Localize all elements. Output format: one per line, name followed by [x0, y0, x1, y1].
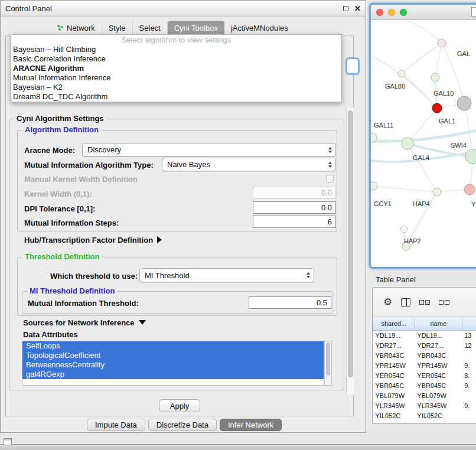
float-icon[interactable] [343, 6, 348, 11]
algorithm-placeholder[interactable]: Select algorithm to view settings [11, 35, 341, 45]
tab-select[interactable]: Select [133, 21, 168, 35]
column-header[interactable] [462, 317, 476, 330]
table-cell[interactable]: YBR045C [373, 380, 415, 390]
close-icon[interactable]: ✕ [354, 5, 361, 12]
manual-kernel-checkbox[interactable] [326, 175, 334, 182]
network-node[interactable] [457, 96, 471, 110]
tab-cyni-toolbox[interactable]: Cyni Toolbox [168, 21, 224, 35]
aracne-mode-combo[interactable]: Discovery [82, 143, 336, 156]
dpi-tolerance-field[interactable]: 0.0 [253, 201, 336, 214]
table-cell[interactable]: YER054C [415, 370, 462, 380]
table-cell[interactable]: YLR345W [373, 400, 415, 410]
table-cell[interactable]: YPR145W [415, 360, 462, 370]
mi-steps-field[interactable]: 6 [253, 216, 336, 228]
table-cell[interactable]: YER054C [373, 370, 415, 380]
tab-discretize-data[interactable]: Discretize Data [148, 419, 217, 431]
table-cell[interactable] [462, 350, 476, 360]
table-row[interactable]: YIL052CYIL052C [373, 410, 476, 420]
birdseye-box[interactable] [471, 7, 476, 17]
apply-button[interactable]: Apply [159, 399, 200, 412]
tab-style[interactable]: Style [102, 21, 133, 35]
zoom-traffic-light[interactable] [400, 9, 407, 16]
algorithm-option[interactable]: Dream8 DC_TDC Algorithm [11, 92, 341, 102]
table-cell[interactable]: YBR045C [415, 380, 462, 390]
algorithm-option[interactable]: Basic Correlation Inference [11, 54, 341, 64]
tab-infer-network[interactable]: Infer Network [220, 419, 282, 431]
network-node[interactable] [465, 149, 476, 164]
tab-impute-data[interactable]: Impute Data [87, 419, 145, 431]
table-cell[interactable]: 9. [462, 360, 476, 370]
column-header[interactable]: shared... [373, 317, 415, 330]
table-row[interactable]: YPR145WYPR145W9. [373, 360, 476, 370]
table-cell[interactable]: 12 [462, 340, 476, 350]
algorithm-option[interactable]: Mutual Information Inference [11, 73, 341, 83]
table-cell[interactable]: 13 [462, 330, 476, 340]
which-threshold-combo[interactable]: MI Threshold [139, 268, 314, 282]
table-cell[interactable] [462, 390, 476, 400]
table-cell[interactable]: YLR345W [415, 400, 462, 410]
table-row[interactable]: YLR345WYLR345W9. [373, 400, 476, 410]
network-node[interactable] [371, 182, 377, 190]
table-cell[interactable]: YDR27... [415, 340, 462, 350]
network-node[interactable] [431, 73, 439, 81]
tab-network[interactable]: Network [50, 21, 102, 35]
minimized-panel-icon[interactable] [4, 438, 12, 445]
settings-scrollbar[interactable] [346, 107, 354, 395]
select-all-icon[interactable]: ✓✓ [419, 300, 430, 305]
table-row[interactable]: YDL19...YDL19...13 [373, 330, 476, 340]
algorithm-combo-fragment[interactable] [345, 57, 360, 75]
table-cell[interactable]: 8. [462, 370, 476, 380]
table-cell[interactable] [462, 410, 476, 420]
table-cell[interactable]: YDL19... [415, 330, 462, 340]
close-traffic-light[interactable] [376, 9, 383, 16]
network-node[interactable] [433, 188, 441, 196]
network-node[interactable] [398, 70, 405, 77]
hub-definition-toggle[interactable]: Hub/Transcription Factor Definition [24, 236, 162, 244]
network-canvas[interactable]: GALGAL80GAL10GAL11GAL1SWI4GAL4GCY1HAP4HA… [371, 20, 476, 252]
deselect-all-icon[interactable] [439, 300, 449, 305]
algorithm-option[interactable]: ARACNE Algorithm [11, 64, 341, 73]
columns-icon[interactable] [401, 298, 410, 306]
network-node[interactable] [438, 39, 446, 47]
table-cell[interactable]: YBR043C [373, 350, 415, 360]
table-cell[interactable]: YPR145W [373, 360, 415, 370]
table-row[interactable]: YDR27...YDR27...12 [373, 340, 476, 350]
algorithm-option[interactable]: Bayesian – K2 [11, 83, 341, 92]
column-header[interactable]: name [415, 317, 462, 330]
table-cell[interactable]: YDL19... [373, 330, 415, 340]
gear-icon[interactable]: ⚙ [383, 297, 392, 307]
table-row[interactable]: YBL079WYBL079W [373, 390, 476, 400]
attribute-item[interactable]: BetweennessCentrality [22, 360, 324, 370]
attribute-item[interactable]: gal4RGexp [22, 370, 324, 379]
network-canvas-container[interactable]: GALGAL80GAL10GAL11GAL1SWI4GAL4GCY1HAP4HA… [371, 20, 476, 252]
attribute-list[interactable]: SelfLoopsTopologicalCoefficientBetweenne… [22, 341, 324, 386]
table-cell[interactable]: 9. [462, 380, 476, 390]
table-row[interactable]: YER054CYER054C8. [373, 370, 476, 380]
network-node[interactable] [464, 184, 475, 195]
table-row[interactable]: YBR045CYBR045C9. [373, 380, 476, 390]
table-cell[interactable]: 9. [462, 400, 476, 410]
minimize-traffic-light[interactable] [388, 9, 395, 16]
sources-toggle[interactable]: Sources for Network Inference [23, 318, 146, 327]
network-window-titlebar[interactable] [371, 5, 476, 20]
table-cell[interactable]: YBL079W [415, 390, 462, 400]
table-row[interactable]: YBR043CYBR043C [373, 350, 476, 360]
network-node[interactable] [432, 103, 442, 113]
attribute-item[interactable]: SelfLoops [22, 341, 324, 351]
attribute-list-scrollbar[interactable] [324, 341, 332, 386]
attribute-item[interactable]: TopologicalCoefficient [22, 351, 324, 360]
table-cell[interactable]: YDR27... [373, 340, 415, 350]
scrollbar-thumb[interactable] [348, 110, 353, 377]
network-node[interactable] [400, 226, 407, 233]
table-cell[interactable]: YBL079W [373, 390, 415, 400]
table-cell[interactable]: YBR043C [415, 350, 462, 360]
scrollbar-thumb[interactable] [326, 343, 330, 376]
mi-threshold-field[interactable]: 0.5 [249, 296, 331, 309]
control-panel-titlebar[interactable]: Control Panel ✕ [1, 1, 366, 17]
tab-jactivemnodules[interactable]: jActiveMNodules [224, 21, 295, 35]
kernel-width-field[interactable]: 0.0 [253, 187, 336, 199]
algorithm-option[interactable]: Bayesian – Hill Climbing [11, 45, 341, 54]
mi-type-combo[interactable]: Naive Bayes [162, 158, 336, 171]
table-cell[interactable]: YIL052C [373, 410, 415, 420]
table-cell[interactable]: YIL052C [415, 410, 462, 420]
